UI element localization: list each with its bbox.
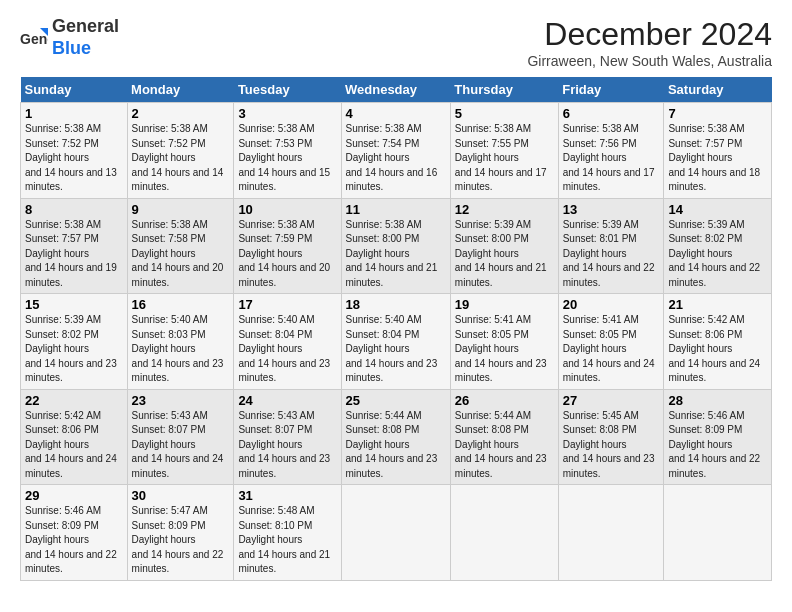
day-info: Sunrise: 5:46 AMSunset: 8:09 PMDaylight … <box>668 410 760 479</box>
day-info: Sunrise: 5:39 AMSunset: 8:02 PMDaylight … <box>668 219 760 288</box>
day-info: Sunrise: 5:46 AMSunset: 8:09 PMDaylight … <box>25 505 117 574</box>
day-number: 1 <box>25 106 123 121</box>
day-info: Sunrise: 5:43 AMSunset: 8:07 PMDaylight … <box>238 410 330 479</box>
svg-text:General: General <box>20 31 48 47</box>
day-info: Sunrise: 5:42 AMSunset: 8:06 PMDaylight … <box>25 410 117 479</box>
day-number: 12 <box>455 202 554 217</box>
day-info: Sunrise: 5:38 AMSunset: 7:54 PMDaylight … <box>346 123 438 192</box>
calendar-cell: 6 Sunrise: 5:38 AMSunset: 7:56 PMDayligh… <box>558 103 664 199</box>
day-info: Sunrise: 5:38 AMSunset: 7:52 PMDaylight … <box>25 123 117 192</box>
day-info: Sunrise: 5:38 AMSunset: 7:58 PMDaylight … <box>132 219 224 288</box>
day-number: 29 <box>25 488 123 503</box>
calendar-cell: 5 Sunrise: 5:38 AMSunset: 7:55 PMDayligh… <box>450 103 558 199</box>
header-sunday: Sunday <box>21 77 128 103</box>
day-number: 17 <box>238 297 336 312</box>
day-number: 24 <box>238 393 336 408</box>
day-number: 9 <box>132 202 230 217</box>
calendar-week-4: 22 Sunrise: 5:42 AMSunset: 8:06 PMDaylig… <box>21 389 772 485</box>
calendar-cell: 15 Sunrise: 5:39 AMSunset: 8:02 PMDaylig… <box>21 294 128 390</box>
calendar-cell: 12 Sunrise: 5:39 AMSunset: 8:00 PMDaylig… <box>450 198 558 294</box>
header: General General Blue December 2024 Girra… <box>20 16 772 69</box>
calendar-cell: 21 Sunrise: 5:42 AMSunset: 8:06 PMDaylig… <box>664 294 772 390</box>
calendar-cell: 4 Sunrise: 5:38 AMSunset: 7:54 PMDayligh… <box>341 103 450 199</box>
day-info: Sunrise: 5:38 AMSunset: 7:55 PMDaylight … <box>455 123 547 192</box>
day-number: 18 <box>346 297 446 312</box>
day-number: 22 <box>25 393 123 408</box>
day-number: 7 <box>668 106 767 121</box>
day-number: 11 <box>346 202 446 217</box>
calendar-cell: 24 Sunrise: 5:43 AMSunset: 8:07 PMDaylig… <box>234 389 341 485</box>
day-number: 6 <box>563 106 660 121</box>
day-number: 4 <box>346 106 446 121</box>
day-number: 30 <box>132 488 230 503</box>
header-thursday: Thursday <box>450 77 558 103</box>
calendar-cell: 31 Sunrise: 5:48 AMSunset: 8:10 PMDaylig… <box>234 485 341 581</box>
calendar-cell <box>341 485 450 581</box>
day-info: Sunrise: 5:38 AMSunset: 7:53 PMDaylight … <box>238 123 330 192</box>
day-info: Sunrise: 5:38 AMSunset: 7:52 PMDaylight … <box>132 123 224 192</box>
day-info: Sunrise: 5:40 AMSunset: 8:04 PMDaylight … <box>238 314 330 383</box>
day-info: Sunrise: 5:43 AMSunset: 8:07 PMDaylight … <box>132 410 224 479</box>
calendar-week-1: 1 Sunrise: 5:38 AMSunset: 7:52 PMDayligh… <box>21 103 772 199</box>
day-info: Sunrise: 5:42 AMSunset: 8:06 PMDaylight … <box>668 314 760 383</box>
calendar-cell: 8 Sunrise: 5:38 AMSunset: 7:57 PMDayligh… <box>21 198 128 294</box>
page: General General Blue December 2024 Girra… <box>0 0 792 591</box>
calendar-cell: 20 Sunrise: 5:41 AMSunset: 8:05 PMDaylig… <box>558 294 664 390</box>
day-info: Sunrise: 5:47 AMSunset: 8:09 PMDaylight … <box>132 505 224 574</box>
calendar-cell: 2 Sunrise: 5:38 AMSunset: 7:52 PMDayligh… <box>127 103 234 199</box>
day-info: Sunrise: 5:41 AMSunset: 8:05 PMDaylight … <box>455 314 547 383</box>
day-number: 27 <box>563 393 660 408</box>
calendar-cell: 1 Sunrise: 5:38 AMSunset: 7:52 PMDayligh… <box>21 103 128 199</box>
day-info: Sunrise: 5:38 AMSunset: 8:00 PMDaylight … <box>346 219 438 288</box>
day-info: Sunrise: 5:38 AMSunset: 7:57 PMDaylight … <box>25 219 117 288</box>
day-number: 10 <box>238 202 336 217</box>
calendar-table: Sunday Monday Tuesday Wednesday Thursday… <box>20 77 772 581</box>
day-number: 19 <box>455 297 554 312</box>
day-info: Sunrise: 5:38 AMSunset: 7:57 PMDaylight … <box>668 123 760 192</box>
calendar-cell: 30 Sunrise: 5:47 AMSunset: 8:09 PMDaylig… <box>127 485 234 581</box>
calendar-week-2: 8 Sunrise: 5:38 AMSunset: 7:57 PMDayligh… <box>21 198 772 294</box>
header-monday: Monday <box>127 77 234 103</box>
calendar-cell: 7 Sunrise: 5:38 AMSunset: 7:57 PMDayligh… <box>664 103 772 199</box>
calendar-cell: 25 Sunrise: 5:44 AMSunset: 8:08 PMDaylig… <box>341 389 450 485</box>
day-number: 20 <box>563 297 660 312</box>
calendar-cell: 17 Sunrise: 5:40 AMSunset: 8:04 PMDaylig… <box>234 294 341 390</box>
day-number: 3 <box>238 106 336 121</box>
calendar-cell: 28 Sunrise: 5:46 AMSunset: 8:09 PMDaylig… <box>664 389 772 485</box>
day-number: 15 <box>25 297 123 312</box>
day-info: Sunrise: 5:41 AMSunset: 8:05 PMDaylight … <box>563 314 655 383</box>
day-number: 23 <box>132 393 230 408</box>
calendar-cell: 29 Sunrise: 5:46 AMSunset: 8:09 PMDaylig… <box>21 485 128 581</box>
calendar-cell <box>450 485 558 581</box>
day-info: Sunrise: 5:40 AMSunset: 8:04 PMDaylight … <box>346 314 438 383</box>
calendar-cell: 22 Sunrise: 5:42 AMSunset: 8:06 PMDaylig… <box>21 389 128 485</box>
day-number: 16 <box>132 297 230 312</box>
calendar-cell: 26 Sunrise: 5:44 AMSunset: 8:08 PMDaylig… <box>450 389 558 485</box>
title-area: December 2024 Girraween, New South Wales… <box>527 16 772 69</box>
day-number: 2 <box>132 106 230 121</box>
header-wednesday: Wednesday <box>341 77 450 103</box>
day-info: Sunrise: 5:44 AMSunset: 8:08 PMDaylight … <box>346 410 438 479</box>
day-number: 31 <box>238 488 336 503</box>
day-info: Sunrise: 5:39 AMSunset: 8:02 PMDaylight … <box>25 314 117 383</box>
subtitle: Girraween, New South Wales, Australia <box>527 53 772 69</box>
calendar-cell: 14 Sunrise: 5:39 AMSunset: 8:02 PMDaylig… <box>664 198 772 294</box>
calendar-week-5: 29 Sunrise: 5:46 AMSunset: 8:09 PMDaylig… <box>21 485 772 581</box>
day-info: Sunrise: 5:38 AMSunset: 7:56 PMDaylight … <box>563 123 655 192</box>
day-number: 8 <box>25 202 123 217</box>
day-number: 13 <box>563 202 660 217</box>
day-number: 28 <box>668 393 767 408</box>
calendar-cell <box>664 485 772 581</box>
day-info: Sunrise: 5:45 AMSunset: 8:08 PMDaylight … <box>563 410 655 479</box>
header-tuesday: Tuesday <box>234 77 341 103</box>
day-number: 5 <box>455 106 554 121</box>
calendar-cell: 23 Sunrise: 5:43 AMSunset: 8:07 PMDaylig… <box>127 389 234 485</box>
month-title: December 2024 <box>527 16 772 53</box>
day-number: 14 <box>668 202 767 217</box>
calendar-cell: 3 Sunrise: 5:38 AMSunset: 7:53 PMDayligh… <box>234 103 341 199</box>
logo: General General Blue <box>20 16 119 59</box>
logo-general: General <box>52 16 119 36</box>
day-number: 21 <box>668 297 767 312</box>
day-info: Sunrise: 5:44 AMSunset: 8:08 PMDaylight … <box>455 410 547 479</box>
header-friday: Friday <box>558 77 664 103</box>
